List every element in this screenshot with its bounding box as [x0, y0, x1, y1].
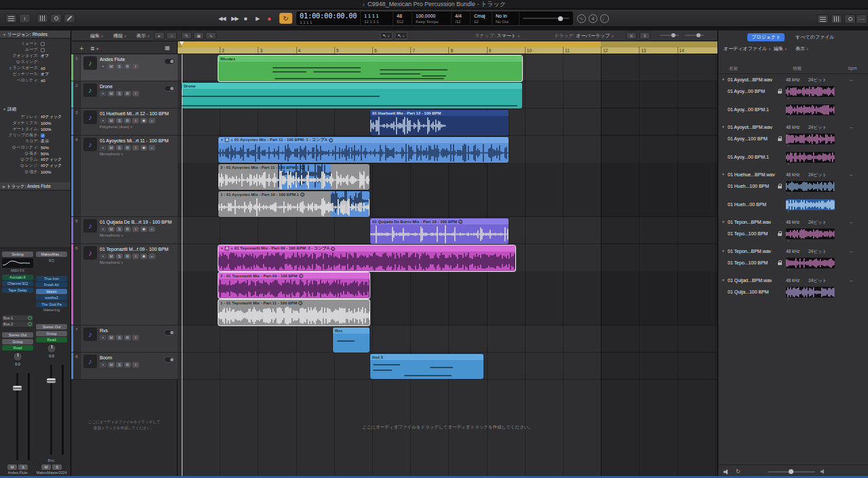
- volume-fader[interactable]: [2, 372, 33, 462]
- strip-setting-button[interactable]: Setting: [2, 252, 33, 257]
- cycle-range[interactable]: [182, 41, 601, 47]
- strip-s-button[interactable]: S: [52, 464, 62, 470]
- download-arrow-icon[interactable]: ↓: [787, 238, 789, 242]
- file-row[interactable]: 01 Quija...100 BPM↓: [718, 286, 868, 304]
- flatten-icon[interactable]: ∧: [231, 138, 233, 142]
- track-input-button[interactable]: ⌐: [149, 118, 155, 123]
- file-row[interactable]: 01 Ayoy...100 BPM↓: [718, 133, 868, 151]
- track-onoff-button[interactable]: ●: [100, 226, 106, 232]
- file-row[interactable]: 01 Hueh...00 BPM↓: [718, 199, 868, 217]
- file-row[interactable]: 01 Ayoy...00 BPM.1↓: [718, 151, 868, 170]
- track-header[interactable]: 5♪01 Quijada De B...rt 19 - 100 BPM●MSRI…: [71, 217, 178, 244]
- forward-button[interactable]: ▶▶: [231, 13, 238, 24]
- audio-fx-slot-selected[interactable]: bloom: [36, 289, 67, 294]
- strip-setting-button[interactable]: Stereo Out: [36, 324, 67, 330]
- track-r-button[interactable]: R: [124, 335, 131, 340]
- browser-view-menu[interactable]: 表示∨: [795, 45, 809, 52]
- track-header[interactable]: 4♪01 Ayoyotes Mi...rt 11 - 100 BPM●MSRI✱…: [71, 136, 178, 217]
- audio-fx-slot[interactable]: Channel EQ: [2, 281, 33, 286]
- drag-menu[interactable]: ドラッグ: オーバーラップ ∨: [554, 33, 614, 39]
- take-teponaztli-1[interactable]: 1 - 01 Teponaztli Mix - Part 11 - 100 BP…: [218, 300, 370, 325]
- slider-knob[interactable]: [789, 469, 793, 474]
- track-header[interactable]: 2♪Drone●MSRI: [71, 81, 178, 108]
- region-inst3[interactable]: Inst 3: [370, 354, 484, 379]
- track-header[interactable]: 6♪01 Teponaztli M...t 09 - 100 BPM●MSRI✱…: [71, 244, 178, 325]
- functions-menu[interactable]: 機能∨: [113, 33, 127, 39]
- disclosure-triangle-icon[interactable]: ▼: [722, 77, 725, 81]
- rewind-button[interactable]: ◀◀: [218, 13, 225, 24]
- browser-edit-menu[interactable]: 編集∨: [774, 45, 787, 52]
- more-section-header[interactable]: ▼詳細: [0, 105, 71, 113]
- track-s-button[interactable]: S: [116, 118, 123, 123]
- track-r-button[interactable]: R: [124, 91, 131, 96]
- track-toggle[interactable]: [164, 85, 175, 92]
- strip-setting-button[interactable]: Group: [2, 339, 33, 344]
- download-arrow-icon[interactable]: ↓: [787, 161, 789, 165]
- info-icon[interactable]: i: [300, 193, 304, 197]
- param-value[interactable]: ±0: [41, 79, 45, 83]
- pan-knob[interactable]: [47, 344, 56, 353]
- editors-icon[interactable]: [50, 14, 62, 23]
- track-i-button[interactable]: I: [132, 254, 139, 259]
- automation-mode-button[interactable]: Read: [36, 337, 67, 342]
- auto-track-zoom-icon[interactable]: ⇕: [639, 32, 650, 39]
- inspector-icon[interactable]: i: [19, 14, 31, 23]
- fader-cap[interactable]: [13, 386, 22, 391]
- track-m-button[interactable]: M: [108, 145, 115, 151]
- file-row[interactable]: ▼01 Ayoyot...BPM.wav48 kHz24ビット–: [718, 75, 868, 85]
- download-arrow-icon[interactable]: ↓: [787, 209, 789, 213]
- region-inspector-header[interactable]: ▼リージョン: Rhodes: [0, 31, 71, 39]
- playhead-handle[interactable]: [180, 41, 184, 45]
- preview-volume-slider[interactable]: [768, 471, 815, 473]
- track-options-icon[interactable]: ▦: [165, 45, 170, 51]
- param-value[interactable]: ±0ティック: [41, 157, 62, 163]
- track-r-button[interactable]: R: [124, 362, 131, 367]
- track-inspector-header[interactable]: ▶トラック: Andes Flute: [0, 182, 71, 191]
- param-value[interactable]: ±0ティック: [41, 114, 62, 120]
- region-drone[interactable]: Drone: [182, 83, 522, 108]
- track-onoff-button[interactable]: ●: [100, 118, 106, 123]
- param-value[interactable]: 50%: [41, 146, 49, 150]
- tracks-area[interactable]: Rhodes Drone 01 Huehuetl Mix - Part 12 -…: [178, 54, 717, 478]
- info-icon[interactable]: i: [329, 138, 333, 142]
- automation-icon[interactable]: ∿: [205, 32, 216, 39]
- metronome-icon[interactable]: ♩: [600, 14, 609, 23]
- param-value[interactable]: 50%: [41, 152, 49, 156]
- track-header[interactable]: 8♪Boom●MSRI: [71, 353, 178, 380]
- vertical-zoom-slider[interactable]: [685, 35, 704, 36]
- track-toggle[interactable]: [164, 58, 175, 64]
- region-rhodes[interactable]: Rhodes: [218, 56, 522, 81]
- flatten-icon[interactable]: ∧: [231, 247, 233, 250]
- left-click-tool-selector[interactable]: ↖∨: [380, 32, 393, 39]
- library-icon[interactable]: [5, 14, 17, 23]
- track-input-button[interactable]: ⌐: [149, 254, 155, 259]
- mixer-view-icon[interactable]: [831, 14, 842, 24]
- disclosure-triangle-icon[interactable]: ▼: [220, 138, 223, 142]
- track-m-button[interactable]: M: [108, 118, 115, 123]
- info-icon[interactable]: i: [300, 165, 304, 170]
- duplicate-track-button[interactable]: ≣＋: [90, 45, 100, 52]
- download-arrow-icon[interactable]: ↓: [787, 96, 789, 100]
- audio-fx-slot[interactable]: The God Pa: [36, 302, 67, 307]
- flex-pitch-mode[interactable]: Polyphonic (Auto) ∨: [100, 125, 175, 129]
- file-row[interactable]: 01 Ayoy...00 BPM↓: [718, 85, 868, 104]
- param-checkbox[interactable]: ✓: [41, 134, 45, 138]
- track-freeze-button[interactable]: ✱: [140, 145, 147, 151]
- link-icon[interactable]: ○: [166, 32, 177, 39]
- control-center-icon[interactable]: ⋯: [856, 14, 867, 24]
- track-i-button[interactable]: I: [132, 64, 139, 69]
- track-i-button[interactable]: I: [132, 335, 139, 340]
- track-freeze-button[interactable]: ✱: [140, 226, 147, 232]
- catch-playhead-icon[interactable]: ▸: [154, 32, 165, 39]
- download-arrow-icon[interactable]: ↓: [787, 143, 789, 147]
- instrument-slot[interactable]: Kontakt 8: [2, 275, 33, 280]
- track-m-button[interactable]: M: [108, 335, 115, 340]
- play-button[interactable]: ▶: [256, 13, 259, 24]
- region-rvs[interactable]: Rvs: [333, 327, 370, 353]
- list-view-icon[interactable]: [817, 14, 829, 24]
- column-name[interactable]: 名前: [729, 66, 738, 72]
- track-s-button[interactable]: S: [116, 335, 123, 340]
- horizontal-zoom-slider[interactable]: [660, 35, 679, 36]
- region-huehuetl[interactable]: 01 Huehuetl Mix - Part 12 - 100 BPM: [370, 110, 509, 136]
- track-i-button[interactable]: I: [132, 91, 139, 96]
